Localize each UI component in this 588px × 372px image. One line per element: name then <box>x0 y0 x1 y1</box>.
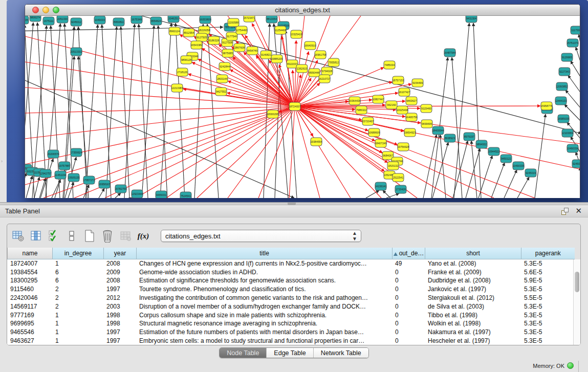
scrollbar-thumb[interactable] <box>575 272 579 292</box>
table-cell[interactable]: Dudbridge et al. (2008) <box>425 276 521 285</box>
table-cell[interactable]: 1 <box>52 337 103 345</box>
table-vertical-scrollbar[interactable] <box>573 259 580 346</box>
column-header-outde[interactable]: out_de… <box>393 248 425 259</box>
table-cell[interactable]: 2 <box>52 294 103 302</box>
close-panel-icon[interactable]: ✕ <box>575 206 582 215</box>
table-cell[interactable]: 0 <box>392 302 425 311</box>
table-cell[interactable]: 5.3E-5 <box>521 259 574 268</box>
table-cell[interactable]: Embryonic stem cells: a model to study s… <box>136 337 392 345</box>
table-cell[interactable]: 0 <box>392 337 425 345</box>
table-cell[interactable]: 1997 <box>103 328 136 337</box>
table-row[interactable]: 1456911722003Disruption of a novel membe… <box>7 302 574 311</box>
table-cell[interactable]: 2003 <box>103 302 136 311</box>
table-cell[interactable]: 2008 <box>103 276 136 285</box>
table-cell[interactable]: 2008 <box>103 259 136 268</box>
column-header-indegree[interactable]: in_degree <box>53 248 104 259</box>
table-cell[interactable]: 1997 <box>103 285 136 294</box>
table-header-row[interactable]: namein_degreeyeartitleout_de…shortpagera… <box>8 248 575 259</box>
new-table-icon[interactable] <box>83 229 96 243</box>
table-cell[interactable]: 1997 <box>103 337 136 345</box>
table-cell[interactable]: 0 <box>392 285 425 294</box>
network-canvas[interactable]: 2081335980627416751112051330924501210490… <box>25 16 580 198</box>
table-cell[interactable]: 49 <box>392 259 425 268</box>
table-cell[interactable]: 1 <box>52 311 103 319</box>
column-header-name[interactable]: name <box>8 248 53 259</box>
table-cell[interactable]: 18300295 <box>7 276 52 285</box>
column-header-pagerank[interactable]: pagerank <box>521 248 575 259</box>
table-cell[interactable]: 9465546 <box>7 328 52 337</box>
table-cell[interactable]: 5.3E-5 <box>521 319 574 328</box>
table-cell[interactable]: 1 <box>52 328 103 337</box>
table-cell[interactable]: 0 <box>392 328 425 337</box>
table-row[interactable]: 1830029562008Estimation of significance … <box>7 276 574 285</box>
table-cell[interactable]: 9463627 <box>7 337 52 345</box>
table-cell[interactable]: Estimation of the future numbers of pati… <box>136 328 392 337</box>
table-cell[interactable]: 5.6E-5 <box>521 268 574 276</box>
table-row[interactable]: 969969511998Structural magnetic resonanc… <box>7 319 574 328</box>
table-cell[interactable]: 5.9E-5 <box>521 276 574 285</box>
table-cell[interactable]: 1 <box>52 319 103 328</box>
table-cell[interactable]: 5.3E-5 <box>521 337 574 345</box>
table-cell[interactable]: 2 <box>52 302 103 311</box>
table-row[interactable]: 2242004622012Investigating the contribut… <box>7 294 574 302</box>
table-cell[interactable]: 0 <box>392 294 425 302</box>
table-row[interactable]: 977716911998Corpus callosum shape and si… <box>7 311 574 319</box>
table-cell[interactable]: Structural magnetic resonance image aver… <box>136 319 392 328</box>
table-cell[interactable]: 1 <box>52 259 103 268</box>
table-cell[interactable]: 18724007 <box>7 259 52 268</box>
table-cell[interactable]: Investigating the contribution of common… <box>136 294 392 302</box>
table-cell[interactable]: 2012 <box>103 294 136 302</box>
table-cell[interactable]: 9115460 <box>7 285 52 294</box>
column-header-year[interactable]: year <box>104 248 137 259</box>
table-cell[interactable]: 1998 <box>103 311 136 319</box>
table-cell[interactable]: 5.5E-5 <box>521 294 574 302</box>
table-row[interactable]: 911546021997Tourette syndrome. Phenomeno… <box>7 285 574 294</box>
table-cell[interactable]: 0 <box>392 268 425 276</box>
table-cell[interactable]: Changes of HCN gene expression and I(f) … <box>136 259 392 268</box>
table-row[interactable]: 946554611997Estimation of the future num… <box>7 328 574 337</box>
memory-ok-icon[interactable] <box>567 362 574 369</box>
table-cell[interactable]: Corpus callosum shape and size in male p… <box>136 311 392 319</box>
table-cell[interactable]: 22420046 <box>7 294 52 302</box>
table-row[interactable]: 1938455462009Genome-wide association stu… <box>7 268 574 276</box>
table-cell[interactable]: 0 <box>392 311 425 319</box>
table-cell[interactable]: 6 <box>52 276 103 285</box>
table-cell[interactable]: 5.3E-5 <box>521 328 574 337</box>
table-cell[interactable]: Nakamura et al. (1997) <box>425 328 521 337</box>
table-cell[interactable]: 2009 <box>103 268 136 276</box>
network-window-titlebar[interactable]: citations_edges.txt <box>25 5 580 16</box>
table-cell[interactable]: Yano et al. (2008) <box>425 259 521 268</box>
tab-network-table[interactable]: Network Table <box>313 348 368 358</box>
column-header-short[interactable]: short <box>425 248 521 259</box>
select-column-icon[interactable] <box>29 229 42 243</box>
table-cell[interactable]: 5.3E-5 <box>521 311 574 319</box>
table-cell[interactable]: 6 <box>52 268 103 276</box>
function-builder-icon[interactable]: f(x) <box>137 229 150 243</box>
table-cell[interactable]: 0 <box>392 319 425 328</box>
table-cell[interactable]: Disruption of a novel member of a sodium… <box>136 302 392 311</box>
float-panel-icon[interactable] <box>561 208 569 215</box>
table-cell[interactable]: Jankovic et al. (1997) <box>425 285 521 294</box>
column-header-title[interactable]: title <box>137 248 393 259</box>
delete-table-icon[interactable] <box>101 229 114 243</box>
table-cell[interactable]: 9777169 <box>7 311 52 319</box>
table-cell[interactable]: 1998 <box>103 319 136 328</box>
table-cell[interactable]: 19384554 <box>7 268 52 276</box>
row-height-icon[interactable] <box>65 229 78 243</box>
tab-edge-table[interactable]: Edge Table <box>266 348 313 358</box>
table-cell[interactable]: 2 <box>52 285 103 294</box>
table-options-icon[interactable] <box>11 229 25 243</box>
table-select-dropdown[interactable]: citations_edges.txt ▲▼ <box>161 230 361 242</box>
select-all-rows-icon[interactable] <box>47 229 60 243</box>
table-cell[interactable]: Tibbo et al. (1998) <box>425 311 521 319</box>
tab-node-table[interactable]: Node Table <box>220 348 266 358</box>
table-cell[interactable]: Tourette syndrome. Phenomenology and cla… <box>136 285 392 294</box>
table-cell[interactable]: Stergiakouli et al. (2012) <box>425 294 521 302</box>
table-cell[interactable]: de Silva et al. (2003) <box>425 302 521 311</box>
table-cell[interactable]: Genome-wide association studies in ADHD. <box>136 268 392 276</box>
table-cell[interactable]: 9699695 <box>7 319 52 328</box>
table-row[interactable]: 946362711997Embryonic stem cells: a mode… <box>7 337 574 345</box>
table-cell[interactable]: Estimation of significance thresholds fo… <box>136 276 392 285</box>
table-cell[interactable]: Franke et al. (2009) <box>425 268 521 276</box>
table-cell[interactable]: 14569117 <box>7 302 52 311</box>
